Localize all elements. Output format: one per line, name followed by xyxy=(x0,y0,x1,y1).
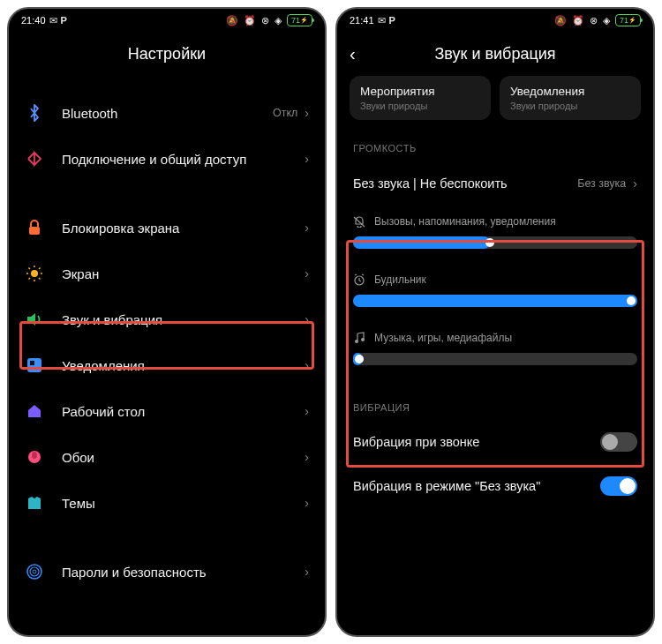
slider-label: Музыка, игры, медиафайлы xyxy=(374,332,512,344)
page-header: ‹ Звук и вибрация xyxy=(337,32,653,76)
volume-slider-media[interactable] xyxy=(353,353,637,365)
parking-icon: P xyxy=(389,15,395,26)
chevron-right-icon: › xyxy=(305,106,309,120)
dnd-icon: 🔕 xyxy=(226,15,238,26)
row-silent-dnd[interactable]: Без звука | Не беспокоить Без звука › xyxy=(337,161,653,206)
themes-icon xyxy=(25,493,44,513)
chevron-right-icon: › xyxy=(305,404,309,418)
volume-slider-alarm[interactable] xyxy=(353,295,637,307)
chevron-right-icon: › xyxy=(305,496,309,510)
svg-line-19 xyxy=(355,274,357,275)
chevron-right-icon: › xyxy=(305,565,309,579)
back-button[interactable]: ‹ xyxy=(350,44,356,64)
slider-label: Вызовы, напоминания, уведомления xyxy=(374,215,556,228)
sim-icon: ⊗ xyxy=(261,15,269,26)
chevron-right-icon: › xyxy=(633,176,637,191)
lock-icon xyxy=(25,218,44,237)
status-bar: 21:40 ✉ P 🔕 ⏰ ⊗ ◈ 71⚡ xyxy=(9,9,325,32)
bluetooth-icon xyxy=(25,103,44,123)
svg-point-15 xyxy=(30,567,39,576)
status-time: 21:40 xyxy=(21,15,46,26)
sim-icon: ⊗ xyxy=(590,15,598,26)
svg-rect-0 xyxy=(29,227,40,235)
phone-left: 21:40 ✉ P 🔕 ⏰ ⊗ ◈ 71⚡ Настройки Bluetoot… xyxy=(7,7,327,637)
slider-media: Музыка, игры, медиафайлы xyxy=(337,318,653,376)
status-time: 21:41 xyxy=(350,15,374,26)
chevron-right-icon: › xyxy=(305,358,309,372)
card-subtitle: Звуки природы xyxy=(360,101,480,111)
chevron-right-icon: › xyxy=(305,450,309,464)
row-home-screen[interactable]: Рабочий стол › xyxy=(9,388,325,434)
row-passwords-security[interactable]: Пароли и безопасность › xyxy=(9,549,325,595)
svg-rect-11 xyxy=(30,361,34,365)
card-title: Мероприятия xyxy=(360,85,480,98)
music-icon xyxy=(353,332,365,344)
row-notifications[interactable]: Уведомления › xyxy=(9,342,325,388)
row-label: Обои xyxy=(62,450,305,465)
parking-icon: P xyxy=(61,15,67,26)
phone-right: 21:41 ✉ P 🔕 ⏰ ⊗ ◈ 71⚡ ‹ Звук и вибрация … xyxy=(335,7,655,637)
toggle-vibrate-call: Вибрация при звонке xyxy=(337,420,653,464)
chevron-right-icon: › xyxy=(305,312,309,326)
dnd-icon: 🔕 xyxy=(554,15,567,26)
toggle-switch[interactable] xyxy=(600,432,637,452)
chevron-right-icon: › xyxy=(305,221,309,235)
chevron-right-icon: › xyxy=(305,266,309,281)
card-title: Уведомления xyxy=(510,85,630,98)
card-notifications[interactable]: Уведомления Звуки природы xyxy=(500,76,641,120)
alarm-icon xyxy=(353,273,365,286)
row-label: Экран xyxy=(62,266,305,281)
row-value: Откл xyxy=(273,107,297,119)
page-header: Настройки xyxy=(9,32,325,76)
battery-icon: 71⚡ xyxy=(287,14,312,26)
row-sound-vibration[interactable]: Звук и вибрация › xyxy=(9,296,325,342)
chevron-right-icon: › xyxy=(305,152,309,166)
section-volume: ГРОМКОСТЬ xyxy=(337,129,653,161)
slider-label: Будильник xyxy=(374,273,426,286)
row-label: Звук и вибрация xyxy=(62,312,305,327)
sound-icon xyxy=(25,310,44,329)
row-value: Без звука xyxy=(577,177,626,190)
row-label: Пароли и безопасность xyxy=(62,565,305,580)
svg-line-7 xyxy=(39,278,41,280)
share-icon xyxy=(25,149,44,168)
fingerprint-icon xyxy=(25,562,44,581)
home-icon xyxy=(25,401,44,421)
svg-point-1 xyxy=(31,270,38,277)
volume-slider-ringtone[interactable] xyxy=(353,236,637,249)
row-label: Рабочий стол xyxy=(62,404,305,419)
row-label: Темы xyxy=(62,496,305,511)
mail-icon: ✉ xyxy=(49,15,57,26)
row-wallpaper[interactable]: Обои › xyxy=(9,434,325,480)
ringtone-cards: Мероприятия Звуки природы Уведомления Зв… xyxy=(337,76,653,129)
page-title: Настройки xyxy=(128,45,206,64)
row-bluetooth[interactable]: Bluetooth Откл › xyxy=(9,90,325,136)
slider-alarm: Будильник xyxy=(337,259,653,318)
row-connection-sharing[interactable]: Подключение и общий доступ › xyxy=(9,136,325,182)
row-label: Уведомления xyxy=(62,358,305,373)
toggle-switch[interactable] xyxy=(600,476,637,496)
svg-line-20 xyxy=(362,274,364,275)
card-subtitle: Звуки природы xyxy=(510,101,630,111)
svg-point-22 xyxy=(361,338,365,341)
alarm-icon: ⏰ xyxy=(572,15,584,26)
sun-icon xyxy=(25,264,44,283)
page-title: Звук и вибрация xyxy=(434,45,555,64)
sound-content: Мероприятия Звуки природы Уведомления Зв… xyxy=(337,76,653,635)
svg-line-6 xyxy=(29,268,31,270)
svg-line-8 xyxy=(29,278,31,280)
row-themes[interactable]: Темы › xyxy=(9,480,325,526)
notification-icon xyxy=(25,356,44,375)
row-display[interactable]: Экран › xyxy=(9,251,325,296)
slider-ringtone: Вызовы, напоминания, уведомления xyxy=(337,206,653,259)
battery-icon: 71⚡ xyxy=(615,14,641,26)
row-label: Подключение и общий доступ xyxy=(62,152,305,167)
row-lock-screen[interactable]: Блокировка экрана › xyxy=(9,205,325,251)
alarm-icon: ⏰ xyxy=(244,15,256,26)
toggle-vibrate-silent: Вибрация в режиме "Без звука" xyxy=(337,464,653,508)
wifi-icon: ◈ xyxy=(275,15,282,26)
status-bar: 21:41 ✉ P 🔕 ⏰ ⊗ ◈ 71⚡ xyxy=(337,9,653,32)
toggle-label: Вибрация при звонке xyxy=(353,435,600,449)
card-events[interactable]: Мероприятия Звуки природы xyxy=(350,76,491,120)
svg-point-16 xyxy=(33,570,36,573)
